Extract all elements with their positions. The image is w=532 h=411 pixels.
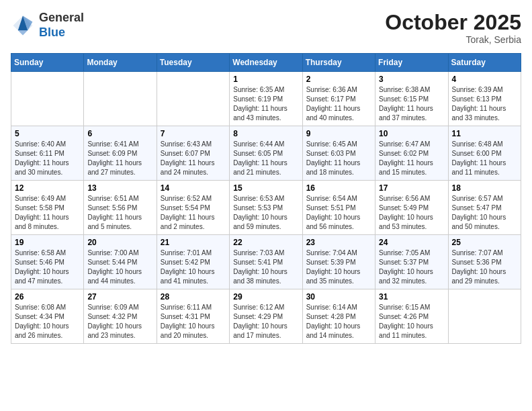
day-info: Sunrise: 7:04 AM Sunset: 5:39 PM Dayligh… [306,248,371,286]
day-number: 4 [452,75,517,84]
calendar-week-row: 12Sunrise: 6:49 AM Sunset: 5:58 PM Dayli… [11,181,521,235]
day-info: Sunrise: 6:52 AM Sunset: 5:54 PM Dayligh… [161,194,226,232]
day-number: 3 [379,75,444,84]
calendar-cell: 11Sunrise: 6:48 AM Sunset: 6:00 PM Dayli… [448,126,521,181]
day-number: 22 [233,238,298,247]
calendar-cell: 6Sunrise: 6:41 AM Sunset: 6:09 PM Daylig… [84,126,157,181]
day-number: 21 [161,238,226,247]
day-info: Sunrise: 6:47 AM Sunset: 6:02 PM Dayligh… [379,140,444,177]
calendar-cell: 26Sunrise: 6:08 AM Sunset: 4:34 PM Dayli… [11,289,84,344]
day-number: 12 [15,183,80,193]
day-number: 1 [233,75,298,84]
day-info: Sunrise: 6:14 AM Sunset: 4:28 PM Dayligh… [306,303,371,340]
day-info: Sunrise: 6:38 AM Sunset: 6:15 PM Dayligh… [379,85,444,123]
day-number: 30 [306,292,371,302]
day-info: Sunrise: 6:45 AM Sunset: 6:03 PM Dayligh… [306,140,371,177]
calendar-cell: 31Sunrise: 6:15 AM Sunset: 4:26 PM Dayli… [375,289,448,344]
day-number: 5 [15,129,80,138]
day-number: 14 [161,183,226,193]
day-number: 20 [87,238,152,247]
logo-icon [11,13,35,38]
day-number: 2 [306,75,371,84]
day-info: Sunrise: 6:56 AM Sunset: 5:49 PM Dayligh… [379,194,444,232]
day-number: 16 [306,183,371,193]
calendar-cell: 28Sunrise: 6:11 AM Sunset: 4:31 PM Dayli… [157,289,229,344]
day-info: Sunrise: 6:11 AM Sunset: 4:31 PM Dayligh… [161,303,226,340]
day-number: 17 [379,183,444,193]
day-info: Sunrise: 6:08 AM Sunset: 4:34 PM Dayligh… [15,303,80,340]
day-info: Sunrise: 6:49 AM Sunset: 5:58 PM Dayligh… [15,194,80,232]
day-number: 13 [87,183,152,193]
day-number: 6 [87,129,152,138]
calendar-week-row: 19Sunrise: 6:58 AM Sunset: 5:46 PM Dayli… [11,235,521,289]
calendar-cell: 21Sunrise: 7:01 AM Sunset: 5:42 PM Dayli… [157,235,229,289]
svg-marker-3 [18,30,28,35]
day-info: Sunrise: 7:07 AM Sunset: 5:36 PM Dayligh… [452,248,517,286]
calendar-week-row: 5Sunrise: 6:40 AM Sunset: 6:11 PM Daylig… [11,126,521,181]
day-info: Sunrise: 6:39 AM Sunset: 6:13 PM Dayligh… [452,85,517,123]
calendar-cell [84,72,157,126]
day-info: Sunrise: 6:48 AM Sunset: 6:00 PM Dayligh… [452,140,517,177]
calendar-cell: 5Sunrise: 6:40 AM Sunset: 6:11 PM Daylig… [11,126,84,181]
calendar-day-header: Wednesday [230,54,302,72]
calendar-cell: 2Sunrise: 6:36 AM Sunset: 6:17 PM Daylig… [302,72,375,126]
day-number: 23 [306,238,371,247]
day-info: Sunrise: 6:40 AM Sunset: 6:11 PM Dayligh… [15,140,80,177]
title-block: October 2025 Torak, Serbia [385,11,521,45]
calendar-cell: 23Sunrise: 7:04 AM Sunset: 5:39 PM Dayli… [302,235,375,289]
day-info: Sunrise: 7:00 AM Sunset: 5:44 PM Dayligh… [87,248,152,286]
calendar-cell: 7Sunrise: 6:43 AM Sunset: 6:07 PM Daylig… [157,126,229,181]
calendar-cell: 4Sunrise: 6:39 AM Sunset: 6:13 PM Daylig… [448,72,521,126]
logo-general: General [39,11,84,24]
day-info: Sunrise: 6:35 AM Sunset: 6:19 PM Dayligh… [233,85,298,123]
month-title: October 2025 [385,11,521,34]
calendar-day-header: Tuesday [157,54,229,72]
logo-text: General Blue [39,11,84,40]
calendar-cell: 17Sunrise: 6:56 AM Sunset: 5:49 PM Dayli… [375,181,448,235]
day-info: Sunrise: 6:09 AM Sunset: 4:32 PM Dayligh… [87,303,152,340]
day-number: 9 [306,129,371,138]
calendar-cell: 10Sunrise: 6:47 AM Sunset: 6:02 PM Dayli… [375,126,448,181]
calendar-cell: 9Sunrise: 6:45 AM Sunset: 6:03 PM Daylig… [302,126,375,181]
calendar-cell: 12Sunrise: 6:49 AM Sunset: 5:58 PM Dayli… [11,181,84,235]
day-number: 24 [379,238,444,247]
calendar-cell: 8Sunrise: 6:44 AM Sunset: 6:05 PM Daylig… [230,126,302,181]
calendar-week-row: 1Sunrise: 6:35 AM Sunset: 6:19 PM Daylig… [11,72,521,126]
calendar-cell: 30Sunrise: 6:14 AM Sunset: 4:28 PM Dayli… [302,289,375,344]
calendar-cell: 24Sunrise: 7:05 AM Sunset: 5:37 PM Dayli… [375,235,448,289]
day-info: Sunrise: 7:01 AM Sunset: 5:42 PM Dayligh… [161,248,226,286]
day-number: 8 [233,129,298,138]
calendar-day-header: Saturday [448,54,521,72]
calendar-cell: 29Sunrise: 6:12 AM Sunset: 4:29 PM Dayli… [230,289,302,344]
day-number: 7 [161,129,226,138]
day-info: Sunrise: 6:53 AM Sunset: 5:53 PM Dayligh… [233,194,298,232]
calendar-cell: 1Sunrise: 6:35 AM Sunset: 6:19 PM Daylig… [230,72,302,126]
day-number: 15 [233,183,298,193]
day-number: 31 [379,292,444,302]
day-info: Sunrise: 6:12 AM Sunset: 4:29 PM Dayligh… [233,303,298,340]
calendar-header-row: SundayMondayTuesdayWednesdayThursdayFrid… [11,54,521,72]
day-info: Sunrise: 6:41 AM Sunset: 6:09 PM Dayligh… [87,140,152,177]
day-info: Sunrise: 6:54 AM Sunset: 5:51 PM Dayligh… [306,194,371,232]
day-info: Sunrise: 7:05 AM Sunset: 5:37 PM Dayligh… [379,248,444,286]
calendar-day-header: Friday [375,54,448,72]
calendar-cell: 25Sunrise: 7:07 AM Sunset: 5:36 PM Dayli… [448,235,521,289]
day-info: Sunrise: 6:15 AM Sunset: 4:26 PM Dayligh… [379,303,444,340]
calendar-cell: 13Sunrise: 6:51 AM Sunset: 5:56 PM Dayli… [84,181,157,235]
calendar-table: SundayMondayTuesdayWednesdayThursdayFrid… [11,53,521,344]
calendar-cell: 22Sunrise: 7:03 AM Sunset: 5:41 PM Dayli… [230,235,302,289]
day-number: 10 [379,129,444,138]
calendar-week-row: 26Sunrise: 6:08 AM Sunset: 4:34 PM Dayli… [11,289,521,344]
day-number: 27 [87,292,152,302]
calendar-cell: 19Sunrise: 6:58 AM Sunset: 5:46 PM Dayli… [11,235,84,289]
calendar-cell: 3Sunrise: 6:38 AM Sunset: 6:15 PM Daylig… [375,72,448,126]
location-subtitle: Torak, Serbia [385,34,521,45]
day-number: 11 [452,129,517,138]
calendar-cell [157,72,229,126]
day-number: 28 [161,292,226,302]
day-number: 25 [452,238,517,247]
logo-blue: Blue [39,26,65,39]
day-number: 29 [233,292,298,302]
day-info: Sunrise: 6:36 AM Sunset: 6:17 PM Dayligh… [306,85,371,123]
calendar-cell [448,289,521,344]
